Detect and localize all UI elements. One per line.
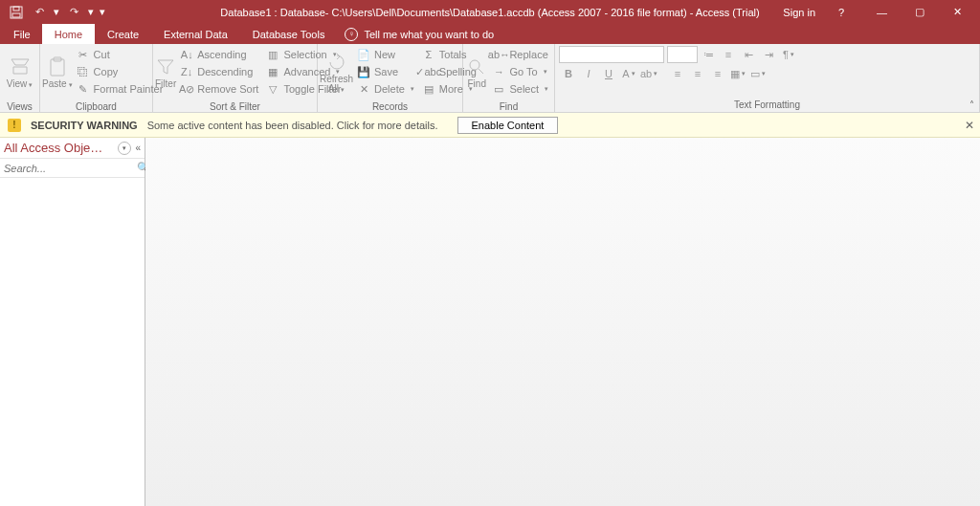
- view-icon: [10, 56, 31, 77]
- msgbar-close-button[interactable]: ✕: [965, 119, 974, 132]
- fill-color-button[interactable]: ▭: [748, 65, 768, 82]
- help-button[interactable]: ?: [827, 0, 865, 24]
- font-combo[interactable]: [559, 46, 664, 63]
- tab-database-tools[interactable]: Database Tools: [240, 24, 338, 44]
- selection-icon: ▥: [266, 48, 279, 61]
- paste-button[interactable]: Paste: [42, 46, 73, 99]
- redo-dropdown[interactable]: ▾: [86, 6, 96, 18]
- goto-button[interactable]: →Go To: [488, 63, 552, 80]
- highlight-button[interactable]: ab: [639, 65, 658, 82]
- toggle-filter-icon: ▽: [266, 82, 279, 96]
- restore-button[interactable]: ▢: [903, 0, 942, 24]
- svg-rect-3: [51, 59, 64, 76]
- tell-me-label: Tell me what you want to do: [364, 29, 494, 40]
- main-area: All Access Obje… ▾ « 🔍: [0, 138, 980, 506]
- gridlines-button[interactable]: ▦: [728, 65, 747, 82]
- group-views-label: Views: [0, 101, 39, 113]
- enable-content-button[interactable]: Enable Content: [457, 117, 559, 134]
- numbering-button[interactable]: ≡: [719, 46, 738, 63]
- funnel-icon: [155, 56, 176, 77]
- sort-asc-icon: A↓: [180, 48, 193, 61]
- ribbon-tabs: File Home Create External Data Database …: [0, 24, 980, 44]
- align-center-button[interactable]: ≡: [688, 65, 707, 82]
- security-warning-bar: ! SECURITY WARNING Some active content h…: [0, 113, 980, 138]
- indent-inc-button[interactable]: ⇥: [759, 46, 778, 63]
- close-button[interactable]: ✕: [942, 0, 980, 24]
- indent-dec-button[interactable]: ⇤: [739, 46, 758, 63]
- align-right-button[interactable]: ≡: [708, 65, 727, 82]
- collapse-ribbon-button[interactable]: ˄: [968, 98, 976, 112]
- minimize-button[interactable]: —: [865, 0, 903, 24]
- security-warning-text[interactable]: Some active content has been disabled. C…: [147, 120, 438, 131]
- redo-button[interactable]: ↷: [63, 2, 84, 23]
- svg-rect-4: [54, 57, 61, 61]
- tell-me-search[interactable]: ♀ Tell me what you want to do: [337, 24, 494, 44]
- group-text-formatting-label: Text Formatting: [555, 99, 979, 113]
- delete-record-button[interactable]: ✕Delete: [353, 80, 418, 98]
- window-title: Database1 : Database- C:\Users\Dell\Docu…: [220, 7, 759, 18]
- ascending-button[interactable]: A↓Ascending: [176, 46, 262, 63]
- security-warning-title: SECURITY WARNING: [31, 120, 138, 131]
- new-icon: 📄: [357, 48, 370, 61]
- group-clipboard-label: Clipboard: [40, 101, 152, 113]
- navpane-search-input[interactable]: [4, 163, 137, 174]
- navpane-dropdown-icon[interactable]: ▾: [118, 142, 131, 155]
- delete-icon: ✕: [357, 82, 370, 96]
- document-area: [145, 138, 980, 506]
- find-button[interactable]: Find: [465, 46, 488, 99]
- tab-file[interactable]: File: [2, 24, 42, 44]
- remove-sort-button[interactable]: A⊘Remove Sort: [176, 80, 262, 98]
- svg-rect-1: [12, 13, 20, 17]
- descending-button[interactable]: Z↓Descending: [176, 63, 262, 80]
- svg-line-6: [479, 69, 483, 74]
- font-color-button[interactable]: A: [619, 65, 638, 82]
- group-records-label: Records: [318, 101, 462, 113]
- italic-button[interactable]: I: [579, 65, 598, 82]
- disk-icon: 💾: [357, 65, 370, 78]
- cursor-icon: ▭: [492, 82, 505, 96]
- text-direction-button[interactable]: ¶: [779, 46, 798, 63]
- remove-sort-icon: A⊘: [180, 82, 193, 96]
- qat-customize[interactable]: ▾: [98, 6, 107, 18]
- sign-in-link[interactable]: Sign in: [771, 0, 827, 24]
- navpane-collapse-button[interactable]: «: [135, 143, 141, 153]
- tab-create[interactable]: Create: [95, 24, 151, 44]
- new-record-button[interactable]: 📄New: [353, 46, 418, 63]
- scissors-icon: ✂: [77, 48, 90, 61]
- replace-button[interactable]: ab↔Replace: [488, 46, 552, 63]
- bullets-button[interactable]: ≔: [699, 46, 718, 63]
- refresh-all-button[interactable]: Refresh All: [320, 46, 353, 99]
- magnifier-icon: [466, 56, 487, 77]
- undo-dropdown[interactable]: ▾: [52, 6, 61, 18]
- paste-icon: [47, 56, 68, 77]
- sort-desc-icon: Z↓: [180, 65, 193, 78]
- group-find-label: Find: [463, 101, 554, 113]
- save-icon[interactable]: [6, 2, 27, 23]
- arrow-right-icon: →: [492, 65, 505, 78]
- warning-icon: !: [8, 119, 21, 132]
- ribbon: View Views Paste ✂Cut ⿻Copy ✎Format Pain…: [0, 44, 980, 113]
- tab-home[interactable]: Home: [42, 24, 95, 44]
- view-button[interactable]: View: [2, 46, 37, 99]
- align-left-button[interactable]: ≡: [668, 65, 687, 82]
- quick-access-toolbar: ↶ ▾ ↷ ▾ ▾: [0, 2, 113, 23]
- navpane-title[interactable]: All Access Obje…: [4, 141, 114, 155]
- more-icon: ▤: [422, 82, 435, 96]
- advanced-icon: ▦: [266, 65, 279, 78]
- bold-button[interactable]: B: [559, 65, 578, 82]
- filter-button[interactable]: Filter: [155, 46, 176, 99]
- font-size-combo[interactable]: [667, 46, 698, 63]
- brush-icon: ✎: [77, 82, 90, 96]
- navigation-pane: All Access Obje… ▾ « 🔍: [0, 138, 145, 506]
- underline-button[interactable]: U: [599, 65, 618, 82]
- save-record-button[interactable]: 💾Save: [353, 63, 418, 80]
- title-bar: ↶ ▾ ↷ ▾ ▾ Database1 : Database- C:\Users…: [0, 0, 980, 24]
- refresh-icon: [326, 52, 347, 73]
- sigma-icon: Σ: [422, 48, 435, 61]
- spelling-icon: ✓abc: [422, 65, 435, 78]
- select-button[interactable]: ▭Select: [488, 80, 552, 98]
- bulb-icon: ♀: [345, 28, 358, 41]
- undo-button[interactable]: ↶: [29, 2, 50, 23]
- tab-external-data[interactable]: External Data: [151, 24, 240, 44]
- svg-rect-2: [13, 7, 19, 11]
